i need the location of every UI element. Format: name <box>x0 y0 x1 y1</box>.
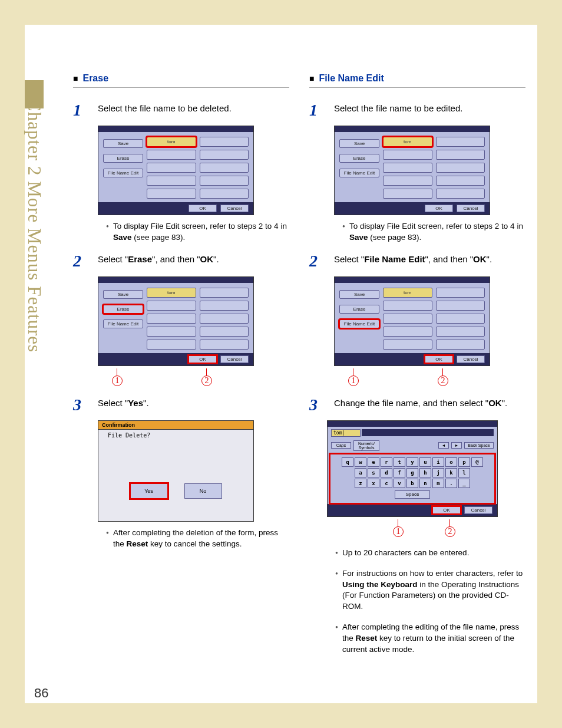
key-k[interactable]: k <box>445 468 457 477</box>
file-slot[interactable] <box>383 301 432 311</box>
file-slot[interactable] <box>436 301 485 311</box>
caps-button[interactable]: Caps <box>331 442 351 449</box>
file-slot[interactable] <box>436 189 485 199</box>
key-d[interactable]: d <box>381 468 392 477</box>
key-v[interactable]: v <box>394 479 405 488</box>
ok-button[interactable]: OK <box>425 205 453 212</box>
filename-input[interactable]: tom| <box>331 429 361 437</box>
file-slot[interactable] <box>200 288 249 298</box>
no-button[interactable]: No <box>184 483 222 499</box>
key-e[interactable]: e <box>368 457 379 467</box>
file-slot[interactable] <box>436 150 485 160</box>
key-a[interactable]: a <box>355 468 366 477</box>
file-slot[interactable] <box>200 314 249 324</box>
key-l[interactable]: l <box>458 468 470 477</box>
file-slot[interactable] <box>436 176 485 186</box>
erase-button[interactable]: Erase <box>339 305 379 314</box>
cancel-button[interactable]: Cancel <box>220 205 249 212</box>
key-n[interactable]: n <box>419 479 431 488</box>
key-_[interactable]: _ <box>458 479 470 488</box>
key-.[interactable]: . <box>445 479 457 488</box>
key-b[interactable]: b <box>406 479 418 488</box>
file-slot[interactable] <box>436 163 485 173</box>
save-button[interactable]: Save <box>103 139 143 148</box>
file-slot[interactable] <box>200 163 249 173</box>
file-slot[interactable] <box>383 150 432 160</box>
ok-button[interactable]: OK <box>189 355 217 363</box>
ok-button[interactable]: OK <box>432 506 461 514</box>
file-slot[interactable] <box>383 314 432 324</box>
file-slot[interactable] <box>436 288 485 298</box>
file-slot[interactable] <box>200 340 249 350</box>
file-slot-selected[interactable]: tom <box>147 288 196 298</box>
key-r[interactable]: r <box>381 457 392 467</box>
cancel-button[interactable]: Cancel <box>464 506 492 514</box>
erase-button[interactable]: Erase <box>339 154 379 163</box>
file-slot[interactable] <box>383 176 432 186</box>
file-slot[interactable] <box>147 150 196 160</box>
file-slot[interactable] <box>200 189 249 199</box>
key-s[interactable]: s <box>368 468 379 477</box>
arrow-left-button[interactable]: ◄ <box>438 442 449 449</box>
file-slot[interactable] <box>147 176 196 186</box>
file-slot-selected[interactable]: tom <box>383 288 432 298</box>
key-z[interactable]: z <box>355 479 366 488</box>
file-slot-selected[interactable]: tom <box>147 137 196 147</box>
key-p[interactable]: p <box>458 457 470 467</box>
key-t[interactable]: t <box>394 457 405 467</box>
file-slot[interactable] <box>147 163 196 173</box>
save-button[interactable]: Save <box>103 290 143 299</box>
file-name-edit-button[interactable]: File Name Edit <box>103 169 143 177</box>
key-m[interactable]: m <box>432 479 444 488</box>
file-slot[interactable] <box>436 314 485 324</box>
cancel-button[interactable]: Cancel <box>457 205 485 212</box>
file-slot-selected[interactable]: tom <box>383 137 432 147</box>
key-g[interactable]: g <box>406 468 418 477</box>
file-slot[interactable] <box>147 189 196 199</box>
key-j[interactable]: j <box>432 468 444 477</box>
erase-button[interactable]: Erase <box>103 305 143 314</box>
file-slot[interactable] <box>147 314 196 324</box>
numeric-symbols-button[interactable]: Numeric/ Symbols <box>353 440 379 451</box>
file-slot[interactable] <box>147 301 196 311</box>
file-slot[interactable] <box>383 163 432 173</box>
yes-button[interactable]: Yes <box>130 483 168 499</box>
key-f[interactable]: f <box>394 468 405 477</box>
ok-button[interactable]: OK <box>425 355 453 363</box>
backspace-button[interactable]: Back Space <box>464 442 494 449</box>
save-button[interactable]: Save <box>339 290 379 299</box>
file-name-edit-button[interactable]: File Name Edit <box>339 169 379 177</box>
file-slot[interactable] <box>200 137 249 147</box>
cancel-button[interactable]: Cancel <box>457 355 485 363</box>
file-slot[interactable] <box>200 150 249 160</box>
key-x[interactable]: x <box>368 479 379 488</box>
ok-button[interactable]: OK <box>189 205 217 212</box>
key-h[interactable]: h <box>419 468 431 477</box>
key-@[interactable]: @ <box>471 457 483 467</box>
erase-button[interactable]: Erase <box>103 154 143 163</box>
file-slot[interactable] <box>436 137 485 147</box>
key-q[interactable]: q <box>342 457 353 467</box>
file-slot[interactable] <box>200 176 249 186</box>
save-button[interactable]: Save <box>339 139 379 148</box>
space-key[interactable]: Space <box>395 490 430 499</box>
file-name-edit-button[interactable]: File Name Edit <box>103 319 143 328</box>
key-o[interactable]: o <box>445 457 457 467</box>
cancel-button[interactable]: Cancel <box>220 355 249 363</box>
key-w[interactable]: w <box>355 457 366 467</box>
file-slot[interactable] <box>436 327 485 337</box>
file-name-edit-button[interactable]: File Name Edit <box>339 319 379 328</box>
key-u[interactable]: u <box>419 457 431 467</box>
file-slot[interactable] <box>147 340 196 350</box>
file-slot[interactable] <box>436 340 485 350</box>
arrow-right-button[interactable]: ► <box>451 442 462 449</box>
key-i[interactable]: i <box>432 457 444 467</box>
file-slot[interactable] <box>383 327 432 337</box>
file-slot[interactable] <box>200 327 249 337</box>
key-c[interactable]: c <box>381 479 392 488</box>
key-y[interactable]: y <box>406 457 418 467</box>
file-slot[interactable] <box>383 189 432 199</box>
file-slot[interactable] <box>147 327 196 337</box>
file-slot[interactable] <box>383 340 432 350</box>
file-slot[interactable] <box>200 301 249 311</box>
